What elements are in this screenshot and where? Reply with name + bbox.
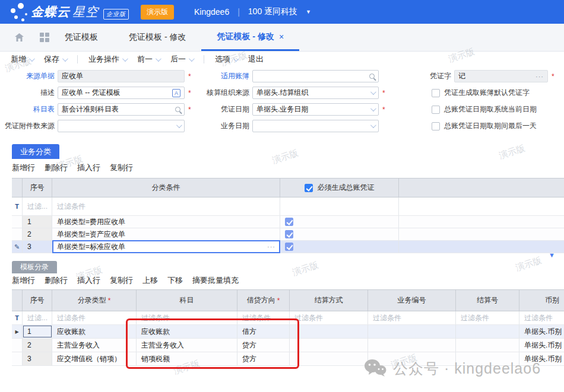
insert-row-button[interactable]: 插入行 <box>77 162 100 173</box>
condition-cell[interactable]: 单据类型=资产应收单 <box>52 228 280 240</box>
settle-no-filter-cell[interactable]: 过滤条件 <box>456 311 519 324</box>
settle-no-cell[interactable] <box>456 339 519 352</box>
table-row-selected[interactable]: ✎ 3 单据类型=标准应收单 ··· <box>12 241 564 253</box>
direction-cell[interactable]: 借方 <box>237 325 290 338</box>
seq-filter-cell[interactable]: 过滤... <box>23 311 52 324</box>
home-icon[interactable] <box>14 24 24 51</box>
settle-type-cell[interactable] <box>290 352 368 365</box>
tab-business-classification[interactable]: 业务分类 <box>12 144 59 159</box>
filter-icon[interactable]: T <box>12 197 23 215</box>
delete-row-button[interactable]: 删除行 <box>45 162 68 173</box>
must-gl-cell[interactable] <box>280 241 399 253</box>
direction-cell[interactable]: 贷方 <box>237 339 290 352</box>
org-source-select[interactable]: 单据头.结算组织 <box>252 87 379 99</box>
seq-cell[interactable]: 2 <box>23 339 52 352</box>
description-input[interactable]: 应收单 -- 凭证模板A <box>58 87 185 99</box>
must-gl-cell[interactable] <box>280 216 399 228</box>
filter-icon[interactable]: T <box>12 311 23 324</box>
entry-type-cell[interactable]: 主营业务收入 <box>52 339 137 352</box>
checkbox-default-voucher-word[interactable]: 凭证生成取账簿默认凭证字 <box>432 88 530 98</box>
move-down-button[interactable]: 下移 <box>167 275 183 286</box>
source-bill-label[interactable]: 来源单据 <box>0 71 55 81</box>
checkbox-icon[interactable] <box>432 106 440 114</box>
table-row[interactable]: 1 单据类型=费用应收单 <box>12 216 564 228</box>
org-name[interactable]: 100 逐同科技 <box>248 7 297 17</box>
seq-cell[interactable]: 3 <box>23 352 52 365</box>
biz-date-select[interactable] <box>252 120 379 132</box>
new-button[interactable]: 新增 <box>11 54 33 65</box>
settle-type-cell[interactable] <box>290 325 368 338</box>
add-row-button[interactable]: 新增行 <box>12 275 35 286</box>
ellipsis-button[interactable]: ··· <box>536 73 544 80</box>
business-operation-button[interactable]: 业务操作 <box>88 54 126 65</box>
currency-cell[interactable]: 单据头.币别 <box>519 339 564 352</box>
chk-filter-cell[interactable] <box>280 197 399 215</box>
add-row-button[interactable]: 新增行 <box>12 162 35 173</box>
user-name[interactable]: Kingdee6 <box>194 7 229 17</box>
close-icon[interactable]: × <box>279 32 284 42</box>
move-up-button[interactable]: 上移 <box>142 275 158 286</box>
options-button[interactable]: 选项 <box>215 54 237 65</box>
scroll-down-indicator-icon[interactable]: ▼ <box>549 251 555 259</box>
save-button[interactable]: 保存 <box>44 54 66 65</box>
table-row[interactable]: 2 单据类型=资产应收单 <box>12 228 564 241</box>
account-cell[interactable]: 销项税额 <box>137 352 237 365</box>
batch-fill-summary-button[interactable]: 摘要批量填充 <box>192 275 239 286</box>
seq-cell[interactable]: 3 <box>23 241 52 253</box>
must-gl-cell[interactable] <box>280 228 399 240</box>
biz-no-filter-cell[interactable]: 过滤条件 <box>368 311 456 324</box>
exit-button[interactable]: 退出 <box>248 54 264 65</box>
previous-button[interactable]: 前一 <box>137 54 160 65</box>
account-cell[interactable]: 主营业务收入 <box>137 339 237 352</box>
checkbox-icon[interactable] <box>432 89 440 97</box>
table-row-selected[interactable]: ▶ 1 应收账款 应收账款 借方 单据头.币别 <box>12 325 564 339</box>
account-table-input[interactable]: 新会计准则科目表 <box>58 103 185 116</box>
search-icon[interactable] <box>369 74 375 79</box>
entry-type-cell[interactable]: 应交增值税（销项） <box>52 352 137 365</box>
voucher-date-select[interactable]: 单据头.业务日期 <box>252 103 379 116</box>
apps-grid-icon[interactable] <box>40 33 49 42</box>
ellipsis-button[interactable]: ··· <box>267 243 275 250</box>
checkbox-gl-date-period-end[interactable]: 总账凭证日期取期间最后一天 <box>432 121 537 131</box>
condition-cell-editing[interactable]: 单据类型=标准应收单 ··· <box>52 240 280 253</box>
account-table-label[interactable]: 科目表 <box>0 104 55 114</box>
attachment-source-select[interactable] <box>58 120 185 132</box>
settle-type-cell[interactable] <box>290 339 368 352</box>
checkbox-gl-date-system[interactable]: 总账凭证日期取系统当前日期 <box>432 104 537 114</box>
apply-book-input[interactable] <box>252 70 379 82</box>
currency-cell[interactable]: 单据头.币别 <box>519 325 564 338</box>
direction-cell[interactable]: 贷方 <box>237 352 290 365</box>
entry-type-cell[interactable]: 应收账款 <box>52 325 137 338</box>
checkbox-checked-icon[interactable] <box>285 230 293 238</box>
checkbox-checked-icon[interactable] <box>285 218 293 226</box>
seq-cell[interactable]: 2 <box>23 228 52 240</box>
header-checkbox-icon[interactable] <box>305 184 313 192</box>
entry-type-filter-cell[interactable]: 过滤条件 <box>52 311 137 324</box>
apply-book-label[interactable]: 适用账簿 <box>196 71 249 81</box>
text-editor-icon[interactable]: A <box>172 89 180 97</box>
table-row[interactable]: 2 主营业务收入 主营业务收入 贷方 单据头.币别 <box>12 339 564 352</box>
org-dropdown-caret-icon[interactable]: ▼ <box>306 9 311 15</box>
search-icon[interactable] <box>175 107 180 112</box>
seq-cell[interactable]: 1 <box>23 216 52 228</box>
checkbox-checked-icon[interactable] <box>285 243 293 251</box>
condition-filter-cell[interactable]: 过滤条件 <box>52 197 280 215</box>
currency-filter-cell[interactable]: 过滤条件 <box>519 311 564 324</box>
delete-row-button[interactable]: 删除行 <box>45 275 68 286</box>
tab-voucher-template-edit-2-active[interactable]: 凭证模板 - 修改 × <box>201 24 299 51</box>
tab-voucher-template[interactable]: 凭证模板 <box>49 24 113 51</box>
checkbox-icon[interactable] <box>432 122 440 130</box>
account-filter-cell[interactable]: 过滤条件 <box>137 311 237 324</box>
seq-filter-cell[interactable]: 过滤... <box>23 197 52 215</box>
settle-no-cell[interactable] <box>456 325 519 338</box>
insert-row-button[interactable]: 插入行 <box>77 275 100 286</box>
tab-template-entries[interactable]: 模板分录 <box>12 261 57 273</box>
direction-filter-cell[interactable]: 过滤条件 <box>237 311 290 324</box>
copy-row-button[interactable]: 复制行 <box>110 275 133 286</box>
condition-cell[interactable]: 单据类型=费用应收单 <box>52 216 280 228</box>
biz-no-cell[interactable] <box>368 325 456 338</box>
copy-row-button[interactable]: 复制行 <box>110 162 133 173</box>
biz-no-cell[interactable] <box>368 339 456 352</box>
next-button[interactable]: 后一 <box>170 54 193 65</box>
settle-type-filter-cell[interactable]: 过滤条件 <box>290 311 368 324</box>
